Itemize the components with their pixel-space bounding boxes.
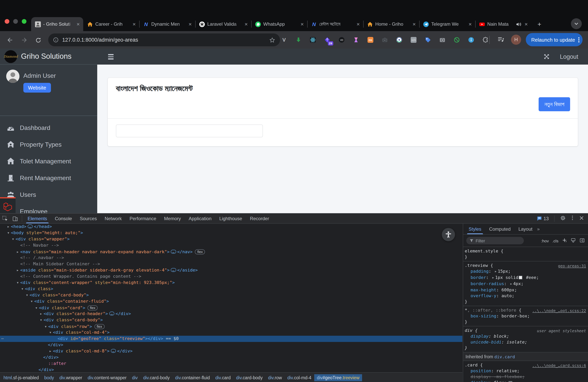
devtools-tab-network[interactable]: Network [101,213,126,223]
tree-node[interactable]: </div> [0,354,462,361]
browser-tab[interactable]: NDynamic Men× [139,17,195,31]
css-rule[interactable]: user agent stylesheetdiv {display: block… [463,326,588,352]
devtools-settings-button[interactable] [560,215,566,222]
breadcrumb-item[interactable]: html.sf-js-enabled [1,374,42,381]
devtools-tab-elements[interactable]: Elements [24,213,51,223]
extension-camera-button[interactable] [381,36,389,44]
stylesheet-source-link[interactable]: geo-areas:31 [558,263,586,269]
css-declaration[interactable]: display: block; [465,333,587,339]
css-declaration[interactable]: box-sizing: border-box; [465,313,587,319]
tree-node[interactable]: <!-- Content Wrapper. Contains page cont… [0,274,462,280]
site-info-icon[interactable] [53,37,59,43]
tab-close-button[interactable]: × [300,21,304,27]
tree-node[interactable]: <!-- Main Sidebar Container --> [0,261,462,267]
extension-hourglass-button[interactable] [352,36,360,44]
tab-close-button[interactable]: × [188,21,192,27]
tree-node[interactable]: </div> [0,342,462,348]
devtools-tab-recorder[interactable]: Recorder [246,213,273,223]
forward-button[interactable] [20,35,29,45]
extension-code-button[interactable]: </> [410,36,418,44]
expand-ellipsis-button[interactable]: … [171,268,176,272]
inspect-element-button[interactable] [0,213,10,223]
tab-close-button[interactable]: × [412,21,417,27]
window-minimize-button[interactable] [13,19,18,24]
node-menu-gutter[interactable]: ⋯ [1,336,4,342]
extension-chakra-button[interactable] [395,36,403,44]
more-tabs-button[interactable]: » [537,224,539,234]
breadcrumb-item[interactable]: div [129,374,140,381]
css-declaration[interactable]: overflow-y: auto; [465,293,587,299]
reload-button[interactable] [33,35,43,45]
flex-adorner-badge[interactable]: flex [195,249,205,254]
rendering-emulation-button[interactable] [570,237,576,244]
extension-info-button[interactable] [467,36,475,44]
toggle-classes-button[interactable]: .cls [552,238,559,243]
tree-node[interactable]: ▶<div class="card-header">…</div> [0,311,462,317]
tab-close-button[interactable]: × [356,21,360,27]
extension-camera2-button[interactable] [438,36,446,44]
breadcrumb-item[interactable]: div.card-body [233,374,265,381]
expand-ellipsis-button[interactable]: … [28,224,33,228]
tree-node[interactable]: ▼<div class="card-body"> [0,292,462,298]
expand-ellipsis-button[interactable]: … [111,349,116,353]
extension-block-button[interactable] [453,36,461,44]
flex-adorner-badge[interactable]: flex [94,324,105,329]
stylesheet-source-link[interactable]: ..\..\node_…oot.scss:22 [532,308,586,314]
tree-node[interactable]: ▼<div class="row">flex [0,323,462,329]
breadcrumb-item[interactable]: div.card [212,374,233,381]
device-toolbar-button[interactable] [10,213,20,223]
tree-node[interactable]: ▼<body style="height: auto;"> [0,230,462,236]
css-declaration[interactable]: border-radius: ▶4px; [465,281,587,287]
fullscreen-icon[interactable] [543,53,550,60]
expand-shorthand-arrow[interactable]: ▶ [492,276,494,279]
toggle-hover-state-button[interactable]: :hov [541,238,549,243]
devtools-tab-application[interactable]: Application [185,213,215,223]
expand-shorthand-arrow[interactable]: ▶ [495,270,496,273]
breadcrumb-item[interactable]: body [42,374,57,381]
expand-ellipsis-button[interactable]: … [109,312,114,316]
styles-tab-layout[interactable]: Layout [514,224,536,234]
extension-puzzle-button[interactable] [482,36,490,44]
css-declaration[interactable]: display: flex; [465,380,587,382]
expand-ellipsis-button[interactable]: … [171,250,176,254]
breadcrumb-item[interactable]: div.wrapper [57,374,85,381]
browser-tab[interactable]: Home - Griho× [363,17,419,31]
extension-react-button[interactable] [309,36,317,44]
relaunch-to-update-button[interactable]: Relaunch to update [526,33,583,46]
css-rule[interactable]: ..\..\node_…oot.scss:22*, ::after, ::bef… [463,306,588,326]
devtools-tab-lighthouse[interactable]: Lighthouse [215,213,246,223]
website-button[interactable]: Website [23,83,51,93]
tab-close-button[interactable]: × [244,21,249,27]
css-declaration[interactable]: max-height: 600px; [465,287,587,293]
browser-tab[interactable]: Laravel Valida× [195,17,251,31]
tree-node-selected[interactable]: ⋯<div id="geoTree" class="treeview"></di… [0,336,462,342]
new-style-rule-button[interactable] [562,238,567,244]
tab-close-button[interactable]: × [468,21,473,27]
browser-tab[interactable]: Career - Grih× [83,17,139,31]
tab-close-button[interactable]: × [132,21,136,27]
tree-node[interactable]: ▼<div class="col-md-4"> [0,329,462,336]
logout-link[interactable]: Logout [560,53,578,60]
breadcrumb-item[interactable]: div.col-md-4 [285,374,314,381]
css-declaration[interactable]: padding: ▶15px; [465,268,587,275]
expand-shorthand-arrow[interactable]: ▶ [510,282,512,286]
tree-node[interactable]: ▼<div class="wrapper"> [0,236,462,242]
styles-tab-styles[interactable]: Styles [465,224,485,234]
breadcrumb-item[interactable]: div.content-wrapper [85,374,129,381]
back-button[interactable] [5,35,15,45]
tree-node[interactable]: ▼<div class="card-body"> [0,317,462,323]
devtools-tab-memory[interactable]: Memory [160,213,185,223]
window-maximize-button[interactable] [22,19,26,24]
devtools-tab-performance[interactable]: Performance [126,213,160,223]
extension-purple-29-button[interactable]: 29 [323,36,331,44]
tab-close-button[interactable]: × [524,21,528,27]
tree-node[interactable]: ▼<div class="content-wrapper" style="min… [0,280,462,286]
css-declaration[interactable]: border: ▶1px solid #eee; [465,275,587,281]
sidebar-position-button[interactable] [579,237,585,244]
devtools-tab-console[interactable]: Console [51,213,76,223]
flex-adorner-badge[interactable]: flex [87,305,98,310]
devtools-tab-sources[interactable]: Sources [76,213,101,223]
browser-tab[interactable]: Telegram We× [419,17,475,31]
breadcrumb-item[interactable]: div.card-body [140,374,172,381]
tab-search-menu-button[interactable] [571,18,582,29]
